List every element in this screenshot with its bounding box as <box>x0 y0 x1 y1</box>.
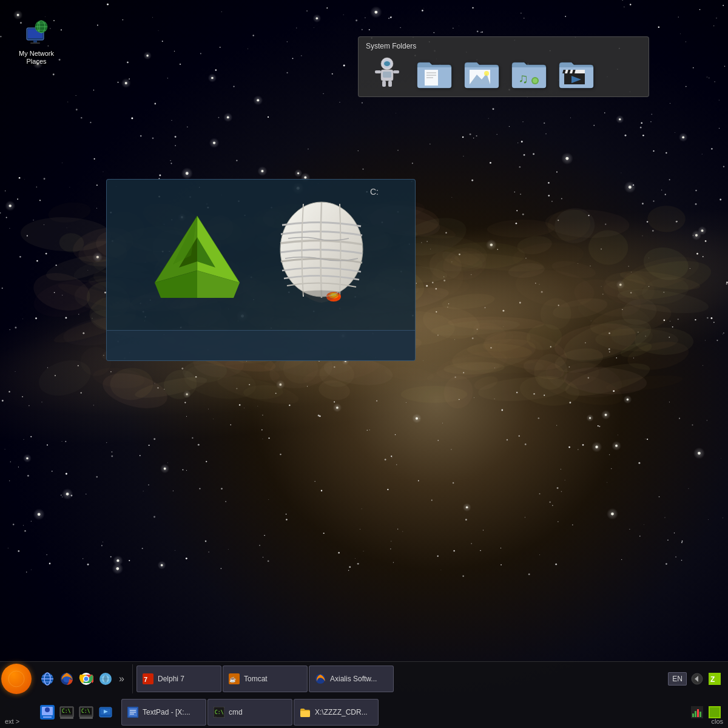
delphi7-label: Delphi 7 <box>158 675 184 683</box>
videos-folder-icon <box>557 58 596 89</box>
svg-text:♫: ♫ <box>518 71 528 86</box>
next-text: ext > <box>5 718 19 725</box>
taskbar: » 7 Delphi 7 ☕ To <box>0 661 728 728</box>
svg-rect-17 <box>388 81 392 87</box>
quick-launch-bar: » <box>35 664 133 693</box>
more-quicklaunch-button[interactable]: » <box>116 671 129 687</box>
svg-point-26 <box>533 78 538 83</box>
ql-icon-4[interactable] <box>97 704 114 721</box>
fm-content-area: C: <box>107 180 415 325</box>
taskbar-bottom-row: C:\ C:\ <box>0 695 728 728</box>
tomcat-icon: ☕ <box>228 673 240 685</box>
svg-rect-7 <box>33 40 37 42</box>
folder-item-pictures[interactable] <box>460 58 503 89</box>
svg-rect-77 <box>60 717 73 719</box>
corner-icon-top[interactable]: Z <box>707 672 722 686</box>
pictures-folder-icon <box>462 58 501 89</box>
svg-rect-16 <box>382 81 386 87</box>
folders-row: ♫ <box>363 55 644 92</box>
svg-rect-14 <box>375 70 381 73</box>
tray-area-top: EN Z <box>663 672 727 686</box>
desktop: My Network Places System Folders <box>0 0 728 728</box>
explorer-icon <box>299 706 311 718</box>
taskbar-btn-axialis[interactable]: Axialis Softw... <box>309 666 394 692</box>
browser4-quicklaunch-icon[interactable] <box>97 670 114 687</box>
svg-text:7: 7 <box>144 676 147 683</box>
tray-area-bottom <box>686 705 727 720</box>
svg-rect-96 <box>697 709 699 717</box>
textpad-label: TextPad - [X:... <box>143 708 190 716</box>
svg-text:☕: ☕ <box>229 676 237 683</box>
pyramid-app-icon[interactable] <box>149 204 246 301</box>
fm-bottom-bar <box>107 330 415 360</box>
taskbar-btn-delphi7[interactable]: 7 Delphi 7 <box>136 666 221 692</box>
svg-rect-81 <box>79 717 93 719</box>
chrome-quicklaunch-icon[interactable] <box>78 670 95 687</box>
textpad-icon <box>127 706 139 718</box>
svg-point-23 <box>484 71 489 76</box>
explorer-label: X:\ZZZZ_CDR... <box>315 708 368 716</box>
mummy-app-icon[interactable] <box>264 195 373 310</box>
taskbar-btn-textpad[interactable]: TextPad - [X:... <box>121 699 206 726</box>
taskbar-btn-tomcat[interactable]: ☕ Tomcat <box>223 666 308 692</box>
folder-item-documents[interactable] <box>413 58 456 89</box>
system-folders-title: System Folders <box>363 42 644 50</box>
svg-rect-13 <box>383 72 391 78</box>
quick-launch-bottom: C:\ C:\ <box>35 698 118 727</box>
documents-folder-icon <box>415 58 454 89</box>
cmd-label: cmd <box>229 708 243 716</box>
ie-quicklaunch-icon[interactable] <box>39 670 56 687</box>
svg-text:C:\: C:\ <box>62 709 71 714</box>
close-text: clos <box>711 718 723 725</box>
svg-text:Z: Z <box>710 675 715 684</box>
file-manager-window: C: <box>106 179 416 361</box>
delphi7-icon: 7 <box>142 673 154 685</box>
svg-text:C:\: C:\ <box>81 709 90 714</box>
folder-item-robot[interactable] <box>366 58 408 89</box>
svg-point-45 <box>8 671 24 687</box>
network-places-label: My Network Places <box>12 50 61 66</box>
svg-point-72 <box>45 707 50 712</box>
cmd-icon: C:\ _ <box>213 706 225 718</box>
folder-item-music[interactable]: ♫ <box>508 58 550 89</box>
network-places-icon <box>22 18 51 47</box>
axialis-icon <box>314 673 326 685</box>
svg-rect-99 <box>710 707 720 717</box>
tray-chart-icon[interactable] <box>690 706 704 719</box>
taskbar-btn-explorer[interactable]: X:\ZZZZ_CDR... <box>294 699 379 726</box>
taskbar-btn-cmd[interactable]: C:\ _ cmd <box>207 699 292 726</box>
svg-point-56 <box>84 676 89 681</box>
tray-back-icon[interactable] <box>690 672 704 686</box>
corner-icons-bottom <box>707 705 722 720</box>
taskbar-top-row: » 7 Delphi 7 ☕ To <box>0 662 728 695</box>
ql-icon-3[interactable]: C:\ <box>78 704 95 721</box>
tomcat-label: Tomcat <box>244 675 268 683</box>
svg-rect-15 <box>393 70 399 73</box>
firefox-quicklaunch-icon[interactable] <box>58 670 75 687</box>
system-folders-panel: System Folders <box>358 36 649 97</box>
corner-icon-bottom[interactable] <box>707 705 722 720</box>
drive-label: C: <box>370 187 379 197</box>
corner-icons-area: Z <box>707 672 722 686</box>
start-button[interactable] <box>1 664 32 694</box>
svg-rect-95 <box>695 711 696 717</box>
ql-icon-2[interactable]: C:\ <box>58 704 75 721</box>
desktop-icon-my-network-places[interactable]: My Network Places <box>12 18 61 66</box>
stars-background <box>0 0 728 728</box>
music-folder-icon: ♫ <box>510 58 548 89</box>
robot-icon <box>368 58 406 89</box>
axialis-label: Axialis Softw... <box>330 675 377 683</box>
svg-rect-8 <box>30 42 40 44</box>
svg-point-11 <box>384 61 390 66</box>
svg-rect-97 <box>699 712 701 717</box>
language-indicator[interactable]: EN <box>668 672 687 686</box>
svg-rect-94 <box>692 713 694 717</box>
ql-icon-1[interactable] <box>39 704 56 721</box>
folder-item-videos[interactable] <box>555 58 598 89</box>
